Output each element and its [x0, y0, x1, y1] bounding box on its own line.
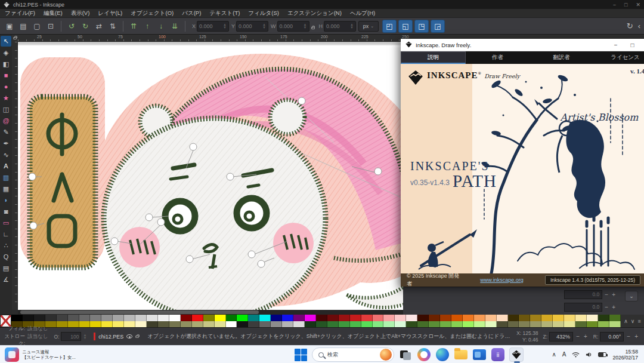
- ime-indicator[interactable]: A: [562, 351, 566, 358]
- zoom-field[interactable]: 432%: [549, 332, 573, 342]
- opacity-spinner[interactable]: ▲▼: [83, 334, 86, 340]
- mesh-tool[interactable]: ▦: [1, 183, 11, 194]
- palette-swatch[interactable]: [383, 315, 395, 321]
- field-input-y[interactable]: 0.000▲▼: [236, 21, 268, 32]
- snap-options-icon[interactable]: ↻: [627, 21, 633, 30]
- palette-swatch[interactable]: [305, 321, 316, 328]
- transform-stroke-toggle[interactable]: ◱: [398, 20, 413, 33]
- palette-swatch[interactable]: [147, 321, 158, 328]
- menu-item-7[interactable]: フィルタ(S): [248, 10, 279, 17]
- paint-bucket-tool[interactable]: ◙: [1, 206, 11, 217]
- palette-swatch[interactable]: [316, 315, 327, 321]
- palette-swatch[interactable]: [598, 315, 609, 321]
- inkscape-taskbar-button[interactable]: [509, 347, 524, 362]
- widgets-button[interactable]: ニュース速報 【スピードスケート】女...: [0, 347, 89, 362]
- rotate-cw-button[interactable]: +: [633, 333, 639, 340]
- palette-swatch[interactable]: [519, 321, 530, 328]
- field-spinner[interactable]: ▲▼: [223, 23, 227, 29]
- blur-decrease-button[interactable]: −: [603, 291, 609, 298]
- palette-swatch[interactable]: [124, 315, 135, 321]
- opacity-increase-button[interactable]: +: [611, 304, 617, 310]
- people-button[interactable]: ii: [491, 347, 505, 362]
- palette-swatch[interactable]: [373, 321, 384, 328]
- palette-swatch[interactable]: [575, 321, 587, 328]
- copilot-button[interactable]: [417, 347, 431, 362]
- tab-2[interactable]: 翻訳者: [530, 51, 593, 64]
- rectangle-tool[interactable]: ■: [1, 70, 11, 81]
- palette-swatch[interactable]: [203, 315, 215, 321]
- palette-swatch[interactable]: [293, 321, 305, 328]
- palette-swatch[interactable]: [440, 321, 451, 328]
- opacity-decrease-button[interactable]: −: [603, 304, 609, 310]
- palette-swatch[interactable]: [79, 315, 91, 321]
- palette-menu-icon[interactable]: ≡: [637, 318, 640, 324]
- unit-select[interactable]: px⌄: [358, 21, 379, 32]
- palette-swatch[interactable]: [158, 321, 169, 328]
- palette-swatch[interactable]: [417, 321, 429, 328]
- node-tool[interactable]: ◈: [1, 47, 11, 58]
- deselect-icon[interactable]: ▢: [31, 20, 43, 32]
- selection-box-icon[interactable]: ⊡: [45, 20, 57, 32]
- calligraphy-tool[interactable]: ∿: [1, 149, 11, 160]
- palette-swatch[interactable]: [135, 315, 147, 321]
- menu-item-0[interactable]: ファイル(F): [5, 10, 35, 17]
- version-info-button[interactable]: Inkscape 1.4.3 (0d15f75, 2025-12-25): [545, 275, 640, 285]
- inkscape-website-link[interactable]: www.inkscape.org: [480, 277, 524, 283]
- tray-clock[interactable]: 15:58 2026/02/17: [612, 349, 638, 361]
- palette-scroll-down-icon[interactable]: ∨: [631, 318, 635, 324]
- connector-tool[interactable]: ∟: [1, 229, 11, 239]
- palette-swatch[interactable]: [248, 321, 259, 328]
- palette-swatch[interactable]: [192, 315, 203, 321]
- palette-swatch[interactable]: [169, 315, 181, 321]
- palette-swatch[interactable]: [57, 315, 68, 321]
- panel-dropdown-button[interactable]: ⌄: [625, 291, 638, 302]
- palette-swatch[interactable]: [90, 315, 101, 321]
- field-input-h[interactable]: 0.000▲▼: [324, 21, 356, 32]
- palette-swatch[interactable]: [282, 315, 293, 321]
- palette-swatch[interactable]: [147, 315, 158, 321]
- gradient-tool[interactable]: ▥: [1, 172, 11, 183]
- rotation-field[interactable]: 0.00°: [600, 332, 624, 342]
- tray-chevron-icon[interactable]: ∧: [552, 351, 556, 358]
- start-button[interactable]: [293, 347, 308, 362]
- spray-tool[interactable]: ∴: [1, 240, 11, 251]
- eraser-tool[interactable]: ▭: [1, 217, 11, 228]
- menu-item-2[interactable]: 表示(V): [71, 10, 90, 17]
- palette-swatch[interactable]: [395, 315, 406, 321]
- palette-swatch[interactable]: [429, 315, 440, 321]
- palette-swatch[interactable]: [508, 321, 519, 328]
- palette-swatch[interactable]: [237, 315, 248, 321]
- transform-corners-toggle[interactable]: ◳: [414, 20, 429, 33]
- palette-swatch[interactable]: [181, 315, 192, 321]
- palette-swatch[interactable]: [226, 315, 237, 321]
- fill-stroke-indicator[interactable]: フィル:該当なし ストローク:該当なし: [0, 325, 50, 347]
- palette-swatch[interactable]: [271, 315, 282, 321]
- palette-swatch[interactable]: [101, 315, 113, 321]
- field-spinner[interactable]: ▲▼: [262, 23, 266, 29]
- field-spinner[interactable]: ▲▼: [350, 23, 354, 29]
- lock-guides-button[interactable]: [12, 35, 18, 42]
- palette-swatch[interactable]: [282, 321, 293, 328]
- field-spinner[interactable]: ▲▼: [304, 23, 307, 29]
- palette-swatch[interactable]: [429, 321, 440, 328]
- scrollbar-thumb[interactable]: [20, 310, 259, 314]
- edge-button[interactable]: [435, 347, 450, 362]
- palette-swatch[interactable]: [158, 315, 169, 321]
- palette-swatch[interactable]: [169, 321, 181, 328]
- zoom-out-button[interactable]: −: [575, 333, 581, 340]
- palette-swatch[interactable]: [474, 321, 485, 328]
- palette-swatch[interactable]: [530, 321, 541, 328]
- palette-swatch[interactable]: [215, 315, 226, 321]
- palette-swatch[interactable]: [101, 321, 113, 328]
- lock-ratio-icon[interactable]: [311, 21, 315, 32]
- palette-swatch[interactable]: [406, 315, 417, 321]
- palette-swatch[interactable]: [350, 321, 361, 328]
- opacity-field[interactable]: 100: [61, 332, 81, 341]
- palette-swatch[interactable]: [135, 321, 147, 328]
- palette-swatch[interactable]: [406, 321, 417, 328]
- field-input-w[interactable]: 0.000▲▼: [277, 21, 309, 32]
- pencil-tool[interactable]: ✎: [1, 127, 11, 137]
- palette-swatch[interactable]: [497, 321, 508, 328]
- palette-swatch[interactable]: [45, 315, 57, 321]
- palette-swatch[interactable]: [383, 321, 395, 328]
